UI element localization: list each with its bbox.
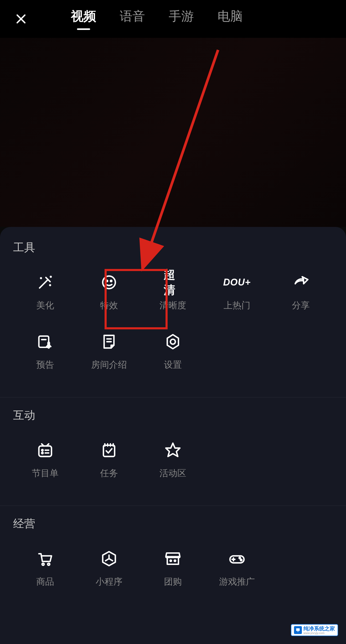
interaction-label: 节目单 [32, 467, 59, 479]
section-tools: 工具 美化 [13, 240, 333, 376]
section-business: 经营 商品 小程序 [13, 516, 333, 593]
tool-preview-notice[interactable]: 预告 [16, 327, 74, 376]
svg-rect-15 [104, 445, 115, 456]
program-icon [36, 441, 54, 459]
tab-pc[interactable]: 电脑 [218, 8, 243, 30]
svg-point-11 [171, 339, 175, 344]
notice-icon [36, 333, 54, 351]
tool-label: 特效 [100, 299, 118, 311]
watermark-logo-icon [294, 626, 302, 634]
interaction-label: 任务 [100, 467, 118, 479]
svg-point-17 [42, 563, 44, 565]
interaction-activity[interactable]: 活动区 [144, 436, 202, 485]
tab-video[interactable]: 视频 [71, 8, 96, 30]
miniapp-icon [100, 549, 118, 568]
interaction-label: 活动区 [159, 467, 186, 479]
svg-marker-10 [167, 335, 179, 349]
section-interaction: 互动 节目单 [13, 408, 333, 485]
business-groupbuy[interactable]: 团购 [144, 544, 202, 593]
svg-point-23 [239, 557, 240, 559]
header: 视频 语音 手游 电脑 [0, 0, 346, 38]
watermark-text: 纯净系统之家 www.yncyjy.com [303, 626, 335, 635]
business-grid: 商品 小程序 [13, 544, 333, 593]
svg-marker-16 [166, 443, 180, 456]
tabs: 视频 语音 手游 电脑 [71, 8, 243, 30]
svg-point-9 [48, 347, 49, 348]
business-label: 商品 [36, 576, 54, 588]
wand-icon [36, 273, 54, 292]
business-game-promo[interactable]: 游戏推广 [208, 544, 266, 593]
tool-trending[interactable]: DOU+ 上热门 [208, 268, 266, 317]
tool-label: 美化 [36, 299, 54, 311]
interaction-grid: 节目单 任务 活动区 [13, 436, 333, 485]
divider [0, 506, 346, 506]
gamepad-icon [228, 549, 246, 568]
tool-label: 房间介绍 [91, 359, 127, 371]
svg-point-20 [170, 560, 172, 561]
dou-icon: DOU+ [228, 273, 246, 292]
watermark-url: www.yncyjy.com [303, 631, 335, 635]
tab-mobile-game[interactable]: 手游 [169, 8, 194, 30]
svg-point-2 [40, 278, 41, 279]
task-icon [100, 441, 118, 459]
tab-audio[interactable]: 语音 [120, 8, 145, 30]
note-icon [100, 333, 118, 351]
tool-clarity[interactable]: 超清 清晰度 [144, 268, 202, 317]
tool-label: 预告 [36, 359, 54, 371]
svg-point-21 [174, 560, 176, 561]
close-button[interactable] [13, 11, 29, 27]
interaction-program[interactable]: 节目单 [16, 436, 74, 485]
svg-point-3 [50, 276, 51, 277]
section-title-interaction: 互动 [13, 408, 333, 423]
svg-rect-27 [296, 628, 299, 631]
interaction-task[interactable]: 任务 [80, 436, 138, 485]
svg-point-5 [103, 276, 115, 289]
svg-point-18 [48, 563, 50, 565]
tool-beautify[interactable]: 美化 [16, 268, 74, 317]
share-icon [292, 273, 310, 292]
tool-room-intro[interactable]: 房间介绍 [80, 327, 138, 376]
business-miniapp[interactable]: 小程序 [80, 544, 138, 593]
svg-point-6 [106, 280, 107, 282]
tools-grid: 美化 特效 超清 清晰度 [13, 268, 333, 376]
settings-icon [164, 333, 182, 351]
svg-rect-12 [39, 446, 51, 456]
section-title-business: 经营 [13, 516, 333, 531]
tool-label: 设置 [164, 359, 182, 371]
hd-icon: 超清 [164, 273, 182, 292]
watermark-title: 纯净系统之家 [303, 626, 335, 631]
svg-point-14 [42, 452, 43, 454]
tool-effects[interactable]: 特效 [80, 268, 138, 317]
svg-point-24 [240, 559, 242, 561]
options-panel: 工具 美化 [0, 227, 346, 644]
tool-share[interactable]: 分享 [272, 268, 330, 317]
watermark: 纯净系统之家 www.yncyjy.com [291, 624, 338, 636]
svg-point-13 [42, 449, 43, 451]
tool-label: 分享 [292, 299, 310, 311]
business-label: 游戏推广 [219, 576, 255, 588]
section-title-tools: 工具 [13, 240, 333, 255]
preview-area [0, 38, 346, 227]
tool-settings[interactable]: 设置 [144, 327, 202, 376]
divider [0, 397, 346, 397]
business-label: 团购 [164, 576, 182, 588]
svg-point-7 [110, 280, 112, 282]
tool-label: 清晰度 [159, 299, 186, 311]
close-icon [14, 12, 28, 25]
svg-point-4 [50, 285, 50, 285]
svg-rect-28 [297, 631, 299, 632]
star-icon [164, 441, 182, 459]
shop-icon [164, 549, 182, 568]
smile-icon [100, 273, 118, 292]
tool-label: 上热门 [224, 299, 250, 311]
business-label: 小程序 [96, 576, 122, 588]
business-goods[interactable]: 商品 [16, 544, 74, 593]
cart-icon [36, 549, 54, 568]
